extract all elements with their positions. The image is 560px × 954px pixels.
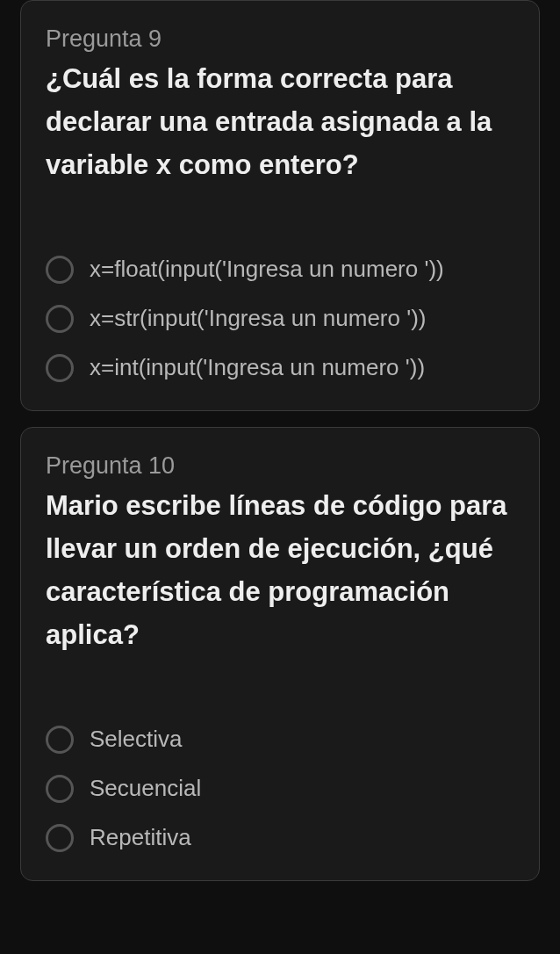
radio-circle-icon: [46, 775, 74, 803]
options-container: Selectiva Secuencial Repetitiva: [46, 726, 514, 852]
radio-option[interactable]: x=float(input('Ingresa un numero ')): [46, 256, 514, 284]
radio-option[interactable]: Secuencial: [46, 775, 514, 803]
question-label: Pregunta 9: [46, 25, 514, 53]
radio-option[interactable]: x=str(input('Ingresa un numero ')): [46, 305, 514, 333]
question-text: ¿Cuál es la forma correcta para declarar…: [46, 58, 514, 187]
question-label: Pregunta 10: [46, 452, 514, 480]
option-text: x=int(input('Ingresa un numero ')): [90, 354, 425, 381]
question-text: Mario escribe líneas de código para llev…: [46, 485, 514, 657]
radio-option[interactable]: x=int(input('Ingresa un numero ')): [46, 354, 514, 382]
question-card-10: Pregunta 10 Mario escribe líneas de códi…: [20, 427, 540, 881]
options-container: x=float(input('Ingresa un numero ')) x=s…: [46, 256, 514, 382]
question-card-9: Pregunta 9 ¿Cuál es la forma correcta pa…: [20, 0, 540, 411]
radio-circle-icon: [46, 305, 74, 333]
option-text: x=str(input('Ingresa un numero ')): [90, 305, 426, 332]
radio-circle-icon: [46, 726, 74, 754]
radio-circle-icon: [46, 824, 74, 852]
option-text: Repetitiva: [90, 824, 191, 851]
radio-option[interactable]: Selectiva: [46, 726, 514, 754]
option-text: x=float(input('Ingresa un numero ')): [90, 256, 444, 283]
radio-option[interactable]: Repetitiva: [46, 824, 514, 852]
radio-circle-icon: [46, 256, 74, 284]
option-text: Secuencial: [90, 775, 201, 802]
radio-circle-icon: [46, 354, 74, 382]
option-text: Selectiva: [90, 726, 183, 753]
